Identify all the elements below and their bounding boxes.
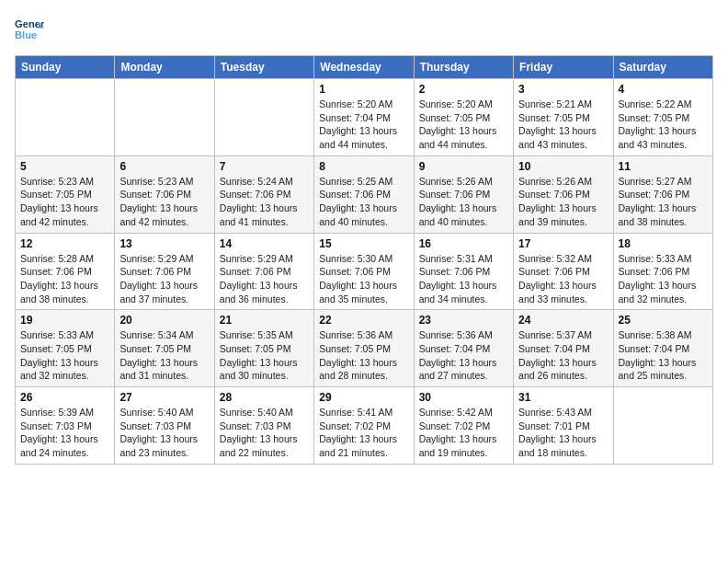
day-info: Sunrise: 5:27 AM Sunset: 7:06 PM Dayligh… [619,175,708,229]
header-cell-thursday: Thursday [414,56,513,79]
calendar-cell: 22Sunrise: 5:36 AM Sunset: 7:05 PM Dayli… [314,310,414,387]
calendar-cell: 17Sunrise: 5:32 AM Sunset: 7:06 PM Dayli… [514,233,613,310]
day-info: Sunrise: 5:36 AM Sunset: 7:05 PM Dayligh… [319,328,408,383]
day-info: Sunrise: 5:20 AM Sunset: 7:05 PM Dayligh… [419,98,508,152]
calendar-cell: 4Sunrise: 5:22 AM Sunset: 7:05 PM Daylig… [613,79,712,156]
day-number: 1 [319,83,408,96]
day-info: Sunrise: 5:24 AM Sunset: 7:06 PM Dayligh… [220,175,309,229]
calendar-cell: 26Sunrise: 5:39 AM Sunset: 7:03 PM Dayli… [16,387,115,465]
day-info: Sunrise: 5:30 AM Sunset: 7:06 PM Dayligh… [319,252,408,306]
day-number: 29 [319,391,408,404]
calendar-cell: 11Sunrise: 5:27 AM Sunset: 7:06 PM Dayli… [613,155,712,233]
week-row: 12Sunrise: 5:28 AM Sunset: 7:06 PM Dayli… [16,233,713,310]
day-info: Sunrise: 5:25 AM Sunset: 7:06 PM Dayligh… [319,175,408,229]
day-number: 18 [619,237,708,250]
day-info: Sunrise: 5:35 AM Sunset: 7:05 PM Dayligh… [220,328,309,383]
day-info: Sunrise: 5:42 AM Sunset: 7:02 PM Dayligh… [419,406,508,460]
week-row: 1Sunrise: 5:20 AM Sunset: 7:04 PM Daylig… [16,79,713,156]
day-info: Sunrise: 5:38 AM Sunset: 7:04 PM Dayligh… [619,328,708,383]
day-number: 23 [419,314,508,327]
calendar-cell [214,79,313,156]
calendar-cell: 31Sunrise: 5:43 AM Sunset: 7:01 PM Dayli… [514,387,613,465]
day-number: 12 [20,237,109,250]
day-number: 19 [20,314,109,327]
calendar-table: SundayMondayTuesdayWednesdayThursdayFrid… [15,55,713,465]
calendar-cell: 1Sunrise: 5:20 AM Sunset: 7:04 PM Daylig… [314,79,414,156]
day-number: 22 [319,314,408,327]
day-info: Sunrise: 5:29 AM Sunset: 7:06 PM Dayligh… [119,252,209,306]
calendar-body: 1Sunrise: 5:20 AM Sunset: 7:04 PM Daylig… [16,79,713,465]
calendar-header: SundayMondayTuesdayWednesdayThursdayFrid… [16,56,713,79]
day-info: Sunrise: 5:32 AM Sunset: 7:06 PM Dayligh… [518,252,608,306]
day-number: 26 [20,391,109,404]
header-cell-sunday: Sunday [16,56,115,79]
calendar-cell: 2Sunrise: 5:20 AM Sunset: 7:05 PM Daylig… [414,79,513,156]
day-number: 28 [220,391,309,404]
calendar-cell: 16Sunrise: 5:31 AM Sunset: 7:06 PM Dayli… [414,233,513,310]
week-row: 19Sunrise: 5:33 AM Sunset: 7:05 PM Dayli… [16,310,713,387]
day-number: 9 [419,160,508,173]
day-number: 15 [319,237,408,250]
day-info: Sunrise: 5:37 AM Sunset: 7:04 PM Dayligh… [518,328,608,383]
calendar-cell: 24Sunrise: 5:37 AM Sunset: 7:04 PM Dayli… [514,310,613,387]
day-number: 5 [20,160,109,173]
calendar-cell: 8Sunrise: 5:25 AM Sunset: 7:06 PM Daylig… [314,155,414,233]
calendar-cell: 27Sunrise: 5:40 AM Sunset: 7:03 PM Dayli… [115,387,214,465]
day-number: 7 [220,160,309,173]
calendar-cell: 7Sunrise: 5:24 AM Sunset: 7:06 PM Daylig… [214,155,313,233]
day-number: 25 [619,314,708,327]
header-cell-monday: Monday [115,56,214,79]
day-info: Sunrise: 5:39 AM Sunset: 7:03 PM Dayligh… [20,406,109,460]
calendar-cell: 12Sunrise: 5:28 AM Sunset: 7:06 PM Dayli… [16,233,115,310]
day-info: Sunrise: 5:41 AM Sunset: 7:02 PM Dayligh… [319,406,408,460]
header-cell-tuesday: Tuesday [214,56,313,79]
day-number: 31 [518,391,608,404]
day-info: Sunrise: 5:34 AM Sunset: 7:05 PM Dayligh… [119,328,209,383]
calendar-cell: 15Sunrise: 5:30 AM Sunset: 7:06 PM Dayli… [314,233,414,310]
day-number: 6 [119,160,209,173]
header-row: SundayMondayTuesdayWednesdayThursdayFrid… [16,56,713,79]
calendar-cell [16,79,115,156]
calendar-cell [613,387,712,465]
day-info: Sunrise: 5:23 AM Sunset: 7:06 PM Dayligh… [119,175,209,229]
day-number: 17 [518,237,608,250]
day-number: 27 [119,391,209,404]
day-number: 13 [119,237,209,250]
calendar-cell: 25Sunrise: 5:38 AM Sunset: 7:04 PM Dayli… [613,310,712,387]
calendar-cell: 29Sunrise: 5:41 AM Sunset: 7:02 PM Dayli… [314,387,414,465]
day-number: 16 [419,237,508,250]
header-cell-saturday: Saturday [613,56,712,79]
day-number: 30 [419,391,508,404]
day-number: 2 [419,83,508,96]
calendar-cell: 20Sunrise: 5:34 AM Sunset: 7:05 PM Dayli… [115,310,214,387]
day-info: Sunrise: 5:40 AM Sunset: 7:03 PM Dayligh… [119,406,209,460]
day-number: 10 [518,160,608,173]
calendar-cell: 6Sunrise: 5:23 AM Sunset: 7:06 PM Daylig… [115,155,214,233]
calendar-cell: 13Sunrise: 5:29 AM Sunset: 7:06 PM Dayli… [115,233,214,310]
day-info: Sunrise: 5:33 AM Sunset: 7:05 PM Dayligh… [20,328,109,383]
day-number: 24 [518,314,608,327]
week-row: 5Sunrise: 5:23 AM Sunset: 7:05 PM Daylig… [16,155,713,233]
day-number: 3 [518,83,608,96]
calendar-cell: 23Sunrise: 5:36 AM Sunset: 7:04 PM Dayli… [414,310,513,387]
day-number: 11 [619,160,708,173]
day-info: Sunrise: 5:31 AM Sunset: 7:06 PM Dayligh… [419,252,508,306]
day-info: Sunrise: 5:23 AM Sunset: 7:05 PM Dayligh… [20,175,109,229]
day-info: Sunrise: 5:22 AM Sunset: 7:05 PM Dayligh… [619,98,708,152]
day-number: 20 [119,314,209,327]
calendar-cell [115,79,214,156]
day-info: Sunrise: 5:29 AM Sunset: 7:06 PM Dayligh… [220,252,309,306]
calendar-cell: 5Sunrise: 5:23 AM Sunset: 7:05 PM Daylig… [16,155,115,233]
calendar-cell: 14Sunrise: 5:29 AM Sunset: 7:06 PM Dayli… [214,233,313,310]
day-info: Sunrise: 5:21 AM Sunset: 7:05 PM Dayligh… [518,98,608,152]
day-info: Sunrise: 5:43 AM Sunset: 7:01 PM Dayligh… [518,406,608,460]
day-info: Sunrise: 5:20 AM Sunset: 7:04 PM Dayligh… [319,98,408,152]
header-cell-friday: Friday [514,56,613,79]
svg-text:Blue: Blue [15,29,37,40]
day-number: 4 [619,83,708,96]
calendar-cell: 18Sunrise: 5:33 AM Sunset: 7:06 PM Dayli… [613,233,712,310]
day-number: 8 [319,160,408,173]
page-header: General Blue [15,15,713,44]
calendar-cell: 10Sunrise: 5:26 AM Sunset: 7:06 PM Dayli… [514,155,613,233]
day-info: Sunrise: 5:40 AM Sunset: 7:03 PM Dayligh… [220,406,309,460]
